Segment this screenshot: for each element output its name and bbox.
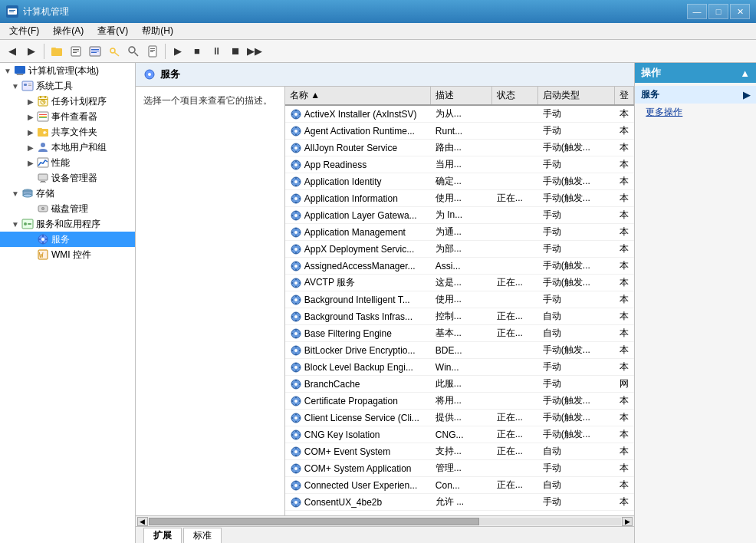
table-row[interactable]: Background Intelligent T... 使用...手动本: [285, 291, 634, 308]
table-row[interactable]: ActiveX Installer (AxInstSV) 为从...手动本: [285, 105, 634, 123]
toolbar-forward-button[interactable]: ▶: [22, 42, 41, 61]
h-scrollbar[interactable]: ◀ ▶: [136, 515, 635, 526]
service-name-text: Certificate Propagation: [304, 396, 398, 406]
h-scrollbar-track[interactable]: [149, 518, 622, 525]
svg-rect-83: [295, 151, 297, 153]
services-list[interactable]: 名称 ▲ 描述 状态 启动类型 登 Active: [285, 87, 635, 515]
toolbar-restart-button[interactable]: ⏹: [226, 42, 245, 61]
menu-view[interactable]: 查看(V): [91, 23, 134, 39]
sidebar-services-apps[interactable]: ▼ 服务和应用程序: [0, 216, 135, 232]
toolbar-search-button[interactable]: [124, 42, 143, 61]
svg-rect-60: [42, 235, 44, 237]
sidebar-storage[interactable]: ▼ 存储: [0, 186, 135, 201]
tab-standard[interactable]: 标准: [183, 528, 222, 543]
svg-rect-175: [299, 400, 301, 402]
sidebar-shared-folders[interactable]: ▶ 共享文件夹: [0, 124, 135, 140]
service-login-cell: 本: [615, 241, 634, 258]
minimize-button[interactable]: —: [687, 4, 707, 19]
svg-rect-101: [295, 202, 297, 203]
toolbar-detail-button[interactable]: [86, 42, 104, 61]
table-row[interactable]: Certificate Propagation 将用...手动(触发...本: [285, 393, 634, 410]
svg-rect-41: [38, 128, 42, 130]
toolbar-key-button[interactable]: [105, 42, 123, 61]
svg-point-117: [294, 248, 297, 251]
sidebar-performance[interactable]: ▶ 性能: [0, 155, 135, 170]
h-scrollbar-thumb[interactable]: [149, 518, 480, 525]
service-desc-cell: Assi...: [431, 258, 492, 275]
table-row[interactable]: COM+ Event System 支持...正在...自动本: [285, 443, 634, 460]
menu-help[interactable]: 帮助(H): [136, 23, 179, 39]
table-row[interactable]: CNG Key Isolation CNG...正在...手动(触发...本: [285, 426, 634, 443]
menu-file[interactable]: 文件(F): [3, 23, 45, 39]
right-panel-title-label: 操作: [641, 66, 661, 80]
close-button[interactable]: ✕: [730, 4, 750, 19]
table-row[interactable]: Client License Service (Cli... 提供...正在..…: [285, 410, 634, 426]
table-row[interactable]: BranchCache 此服...手动网: [285, 376, 634, 393]
toolbar-play-button[interactable]: ▶: [169, 42, 187, 61]
table-row[interactable]: Block Level Backup Engi... Win...手动本: [285, 359, 634, 376]
col-login[interactable]: 登: [615, 87, 634, 105]
maximize-button[interactable]: □: [708, 4, 728, 19]
sidebar-local-users[interactable]: ▶ 本地用户和组: [0, 140, 135, 155]
col-status[interactable]: 状态: [492, 87, 538, 105]
toolbar-back-button[interactable]: ◀: [3, 42, 21, 61]
toolbar-properties-button[interactable]: [67, 42, 85, 61]
col-name[interactable]: 名称 ▲: [285, 87, 431, 105]
sidebar-wmi[interactable]: ▶ W WMI 控件: [0, 247, 135, 262]
right-panel-arrow: ▲: [740, 67, 750, 79]
service-row-icon: [290, 462, 302, 475]
toolbar-open-button[interactable]: [48, 42, 66, 61]
table-row[interactable]: Background Tasks Infras... 控制...正在...自动本: [285, 308, 634, 325]
svg-rect-82: [295, 143, 297, 145]
svg-point-177: [294, 416, 297, 420]
toolbar-stop-button[interactable]: ■: [188, 42, 206, 61]
scroll-right-button[interactable]: ▶: [622, 517, 633, 526]
table-row[interactable]: Application Identity 确定...手动(触发...本: [285, 173, 634, 190]
table-row[interactable]: App Readiness 当用...手动本: [285, 156, 634, 173]
svg-point-105: [294, 214, 297, 217]
table-row[interactable]: Base Filtering Engine 基本...正在...自动本: [285, 325, 634, 342]
table-row[interactable]: AllJoyn Router Service 路由...手动(触发...本: [285, 140, 634, 156]
sidebar-device-manager[interactable]: ▶ 设备管理器: [0, 170, 135, 186]
toolbar: ◀ ▶: [0, 40, 756, 63]
sidebar-task-scheduler[interactable]: ▶ 任务计划程序: [0, 94, 135, 109]
sidebar-root[interactable]: ▼ 计算机管理(本地): [0, 63, 135, 78]
col-desc[interactable]: 描述: [431, 87, 492, 105]
table-row[interactable]: Application Information 使用...正在...手动(触发.…: [285, 190, 634, 207]
toolbar-page-button[interactable]: [143, 42, 162, 61]
svg-rect-95: [295, 185, 297, 186]
sidebar-system-tools[interactable]: ▼ 系统工具: [0, 78, 135, 94]
sidebar-event-viewer[interactable]: ▶ 事件查看器: [0, 109, 135, 124]
menu-action[interactable]: 操作(A): [47, 23, 90, 39]
device-manager-icon: [37, 172, 49, 184]
services-content: 选择一个项目来查看它的描述。 名称 ▲ 描述 状态 启动类型 登: [136, 87, 635, 515]
table-row[interactable]: AssignedAccessManager... Assi...手动(触发...…: [285, 258, 634, 275]
table-row[interactable]: Application Management 为通...手动本: [285, 224, 634, 241]
service-desc-cell: 此服...: [431, 376, 492, 393]
table-row[interactable]: ConsentUX_4be2b 允许 ...手动本: [285, 494, 634, 511]
service-startup-cell: 手动: [538, 224, 615, 241]
table-row[interactable]: BitLocker Drive Encryptio... BDE...手动(触发…: [285, 342, 634, 359]
service-name-cell: Application Management: [285, 224, 431, 241]
toolbar-forward2-button[interactable]: ▶▶: [245, 42, 264, 61]
col-startup[interactable]: 启动类型: [538, 87, 615, 105]
svg-rect-118: [295, 245, 297, 246]
service-row-icon: [290, 142, 302, 154]
table-row[interactable]: COM+ System Application 管理...手动本: [285, 460, 634, 477]
scroll-left-button[interactable]: ◀: [137, 517, 148, 526]
table-row[interactable]: Application Layer Gatewa... 为 In...手动本: [285, 207, 634, 224]
right-panel-more-actions[interactable]: 更多操作: [635, 104, 756, 121]
svg-rect-21: [150, 51, 153, 52]
table-row[interactable]: Connected User Experien... Con...正在...自动…: [285, 477, 634, 494]
table-row[interactable]: AppX Deployment Servic... 为部...手动本: [285, 241, 634, 258]
svg-rect-160: [295, 363, 297, 364]
sidebar-disk-mgmt[interactable]: ▶ 磁盘管理: [0, 201, 135, 216]
table-row[interactable]: AVCTP 服务 这是...正在...手动(触发...本: [285, 275, 634, 291]
toolbar-pause-button[interactable]: ⏸: [207, 42, 225, 61]
tab-extended[interactable]: 扩展: [143, 528, 182, 543]
table-row[interactable]: Agent Activation Runtime... Runt...手动本: [285, 123, 634, 140]
right-panel-services-title[interactable]: 服务 ▶: [635, 86, 756, 104]
sidebar-services[interactable]: ▶ 服务: [0, 232, 135, 247]
perf-expand-icon: ▶: [25, 156, 37, 169]
service-name-text: Connected User Experien...: [304, 480, 417, 491]
